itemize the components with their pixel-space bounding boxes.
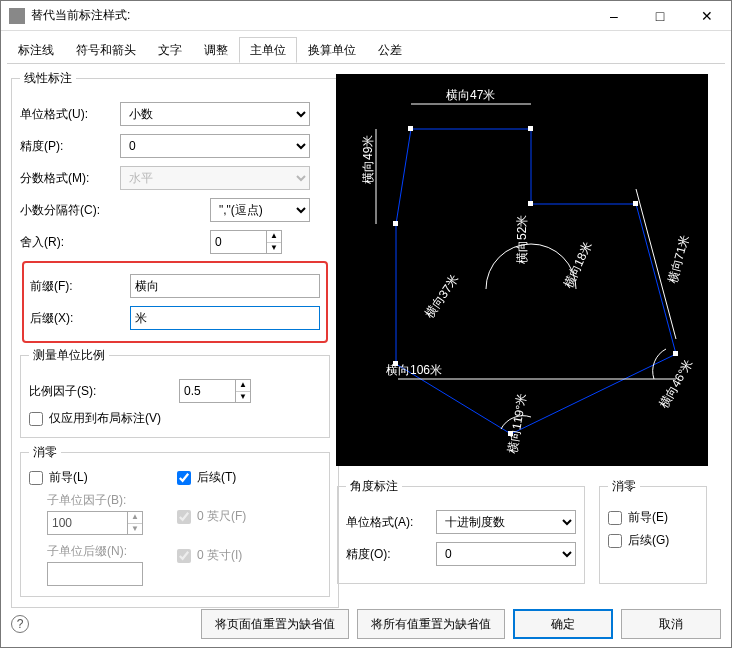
- scale-factor-input[interactable]: [179, 379, 235, 403]
- layout-only-checkbox[interactable]: 仅应用到布局标注(V): [29, 410, 321, 427]
- fraction-format-select: 水平: [120, 166, 310, 190]
- svg-rect-6: [528, 126, 533, 131]
- spin-up-icon[interactable]: ▲: [267, 231, 281, 243]
- prefix-suffix-highlight: 前缀(F): 后缀(X):: [22, 261, 328, 343]
- svg-text:横向46°米: 横向46°米: [656, 357, 695, 411]
- inch-checkbox: 0 英寸(I): [177, 547, 246, 564]
- svg-text:横向71米: 横向71米: [665, 233, 691, 284]
- angular-legend: 角度标注: [346, 478, 402, 495]
- linear-group: 线性标注 单位格式(U): 小数 精度(P): 0 分数格式(M): 水平 小数…: [11, 70, 339, 608]
- svg-text:横向106米: 横向106米: [386, 363, 442, 377]
- svg-rect-12: [393, 221, 398, 226]
- svg-text:横向47米: 横向47米: [446, 88, 495, 102]
- svg-text:横向119°米: 横向119°米: [505, 392, 529, 454]
- svg-rect-9: [673, 351, 678, 356]
- sub-suffix-label: 子单位后缀(N):: [47, 543, 143, 560]
- zero-group: 消零 前导(L) 子单位因子(B): ▲▼: [20, 444, 330, 597]
- angular-zero-group: 消零 前导(E) 后续(G): [599, 478, 707, 584]
- round-input[interactable]: [210, 230, 266, 254]
- angular-format-label: 单位格式(A):: [346, 514, 436, 531]
- spin-down-icon[interactable]: ▼: [267, 243, 281, 254]
- cancel-button[interactable]: 取消: [621, 609, 721, 639]
- tab-fit[interactable]: 调整: [193, 37, 239, 63]
- prefix-label: 前缀(F):: [30, 278, 130, 295]
- prefix-input[interactable]: [130, 274, 320, 298]
- leading-checkbox[interactable]: 前导(L): [29, 469, 143, 486]
- maximize-button[interactable]: □: [637, 1, 683, 30]
- spin-up-icon[interactable]: ▲: [236, 380, 250, 392]
- suffix-label: 后缀(X):: [30, 310, 130, 327]
- reset-page-button[interactable]: 将页面值重置为缺省值: [201, 609, 349, 639]
- round-label: 舍入(R):: [20, 234, 210, 251]
- round-spinner[interactable]: ▲▼: [210, 230, 282, 254]
- svg-text:横向52米: 横向52米: [515, 215, 529, 264]
- angular-precision-label: 精度(O):: [346, 546, 436, 563]
- angular-trailing-checkbox[interactable]: 后续(G): [608, 532, 698, 549]
- minimize-button[interactable]: –: [591, 1, 637, 30]
- svg-text:横向37米: 横向37米: [422, 272, 462, 320]
- close-button[interactable]: ✕: [683, 1, 731, 30]
- scale-group: 测量单位比例 比例因子(S): ▲▼ 仅应用到布局标注(V): [20, 347, 330, 438]
- suffix-input[interactable]: [130, 306, 320, 330]
- svg-rect-8: [633, 201, 638, 206]
- scale-factor-label: 比例因子(S):: [29, 383, 179, 400]
- reset-all-button[interactable]: 将所有值重置为缺省值: [357, 609, 505, 639]
- scale-factor-spinner[interactable]: ▲▼: [179, 379, 251, 403]
- unit-format-label: 单位格式(U):: [20, 106, 120, 123]
- svg-rect-7: [528, 201, 533, 206]
- preview-canvas: 横向47米 横向49米 横向52米 横向37米 横向18米 横向71米 横向10…: [336, 74, 708, 466]
- tab-text[interactable]: 文字: [147, 37, 193, 63]
- sub-suffix-input: [47, 562, 143, 586]
- angular-leading-checkbox[interactable]: 前导(E): [608, 509, 698, 526]
- tab-dimlines[interactable]: 标注线: [7, 37, 65, 63]
- ok-button[interactable]: 确定: [513, 609, 613, 639]
- tab-symbols[interactable]: 符号和箭头: [65, 37, 147, 63]
- fraction-format-label: 分数格式(M):: [20, 170, 120, 187]
- angular-precision-select[interactable]: 0: [436, 542, 576, 566]
- svg-rect-5: [408, 126, 413, 131]
- tab-alt-units[interactable]: 换算单位: [297, 37, 367, 63]
- app-icon: [9, 8, 25, 24]
- angular-zero-legend: 消零: [608, 478, 640, 495]
- tab-tolerance[interactable]: 公差: [367, 37, 413, 63]
- svg-text:横向49米: 横向49米: [361, 135, 375, 184]
- spin-down-icon[interactable]: ▼: [236, 392, 250, 403]
- tab-bar: 标注线 符号和箭头 文字 调整 主单位 换算单位 公差: [7, 37, 725, 63]
- sub-factor-label: 子单位因子(B):: [47, 492, 143, 509]
- precision-label: 精度(P):: [20, 138, 120, 155]
- trailing-checkbox[interactable]: 后续(T): [177, 469, 246, 486]
- decimal-sep-label: 小数分隔符(C):: [20, 202, 210, 219]
- scale-legend: 测量单位比例: [29, 347, 109, 364]
- angular-group: 角度标注 单位格式(A): 十进制度数 精度(O): 0: [337, 478, 585, 584]
- sub-factor-spinner: ▲▼: [47, 511, 143, 535]
- window-title: 替代当前标注样式:: [31, 7, 591, 24]
- zero-legend: 消零: [29, 444, 61, 461]
- unit-format-select[interactable]: 小数: [120, 102, 310, 126]
- precision-select[interactable]: 0: [120, 134, 310, 158]
- svg-text:横向18米: 横向18米: [561, 240, 595, 291]
- linear-legend: 线性标注: [20, 70, 76, 87]
- tab-primary-units[interactable]: 主单位: [239, 37, 297, 63]
- sub-factor-input: [47, 511, 127, 535]
- angular-format-select[interactable]: 十进制度数: [436, 510, 576, 534]
- feet-checkbox: 0 英尺(F): [177, 508, 246, 525]
- help-icon[interactable]: ?: [11, 615, 29, 633]
- decimal-sep-select[interactable]: ","(逗点): [210, 198, 310, 222]
- svg-marker-0: [396, 129, 676, 434]
